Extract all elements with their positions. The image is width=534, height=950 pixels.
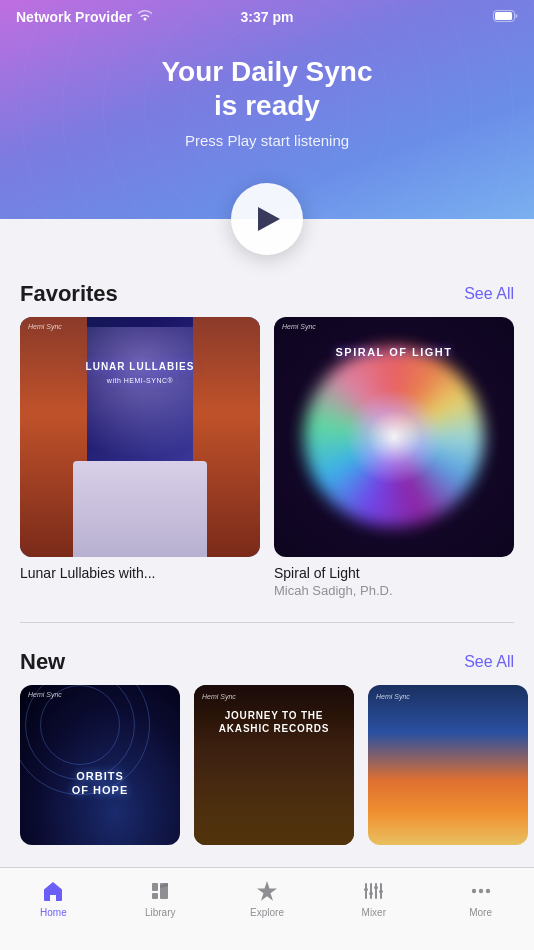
svg-rect-1 (495, 12, 512, 20)
favorites-header: Favorites See All (0, 269, 534, 317)
wifi-icon (137, 9, 153, 25)
hemi-logo-akashic: Hemi Sync (202, 693, 236, 700)
hemi-logo-lunar: Hemi Sync (28, 323, 62, 330)
hemi-logo-spiral: Hemi Sync (282, 323, 316, 330)
album-card-akashic[interactable]: Hemi Sync JOURNEY TO THEAKASHIC RECORDS (194, 685, 354, 845)
nav-item-library[interactable]: Library (107, 878, 214, 918)
hero-title: Your Daily Syncis ready (20, 55, 514, 122)
explore-icon (254, 878, 280, 904)
lunar-bed (73, 461, 207, 557)
favorites-see-all[interactable]: See All (464, 285, 514, 303)
battery-icon (493, 8, 518, 26)
library-label: Library (145, 907, 176, 918)
status-time: 3:37 pm (241, 9, 294, 25)
spiral-album-art: SPIRAL OF LIGHT Hemi Sync (274, 317, 514, 557)
more-label: More (469, 907, 492, 918)
hemi-logo-sunrise: Hemi Sync (376, 693, 410, 700)
svg-rect-9 (369, 892, 373, 895)
svg-rect-7 (364, 888, 368, 891)
hemi-logo-orbits: Hemi Sync (28, 691, 62, 698)
home-icon (40, 878, 66, 904)
status-left: Network Provider (16, 9, 153, 25)
akashic-overlay (194, 757, 354, 845)
svg-rect-10 (375, 883, 377, 899)
status-bar: Network Provider 3:37 pm (0, 0, 534, 30)
svg-rect-13 (379, 890, 383, 893)
status-right (493, 8, 518, 26)
new-title: New (20, 649, 65, 675)
lunar-album-art: LUNAR LULLABIESwith HEMI-SYNC® Hemi Sync (20, 317, 260, 557)
album-card-sunrise[interactable]: Hemi Sync (368, 685, 528, 845)
play-button[interactable] (231, 183, 303, 255)
svg-point-16 (485, 889, 489, 893)
new-header: New See All (0, 637, 534, 685)
svg-point-14 (471, 889, 475, 893)
new-section: New See All ORBITSOF HOPE Hemi Sync (0, 637, 534, 865)
new-see-all[interactable]: See All (464, 653, 514, 671)
spiral-text: SPIRAL OF LIGHT (274, 346, 514, 358)
sunrise-album-art: Hemi Sync (368, 685, 528, 845)
mixer-label: Mixer (362, 907, 386, 918)
album-card-orbits[interactable]: ORBITSOF HOPE Hemi Sync (20, 685, 180, 845)
svg-rect-11 (374, 886, 378, 889)
lunar-album-title: Lunar Lullabies with... (20, 565, 260, 581)
library-icon (147, 878, 173, 904)
hero-section: Your Daily Syncis ready Press Play start… (0, 0, 534, 219)
orbits-text: ORBITSOF HOPE (20, 769, 180, 798)
nav-item-explore[interactable]: Explore (214, 878, 321, 918)
spiral-album-title: Spiral of Light (274, 565, 514, 581)
svg-rect-2 (152, 883, 158, 891)
nav-item-home[interactable]: Home (0, 878, 107, 918)
more-icon (468, 878, 494, 904)
svg-rect-8 (370, 883, 372, 899)
network-provider: Network Provider (16, 9, 132, 25)
album-card-spiral[interactable]: SPIRAL OF LIGHT Hemi Sync Spiral of Ligh… (274, 317, 514, 598)
hero-subtitle: Press Play start listening (20, 132, 514, 149)
mixer-icon (361, 878, 387, 904)
album-card-lunar[interactable]: LUNAR LULLABIESwith HEMI-SYNC® Hemi Sync… (20, 317, 260, 598)
nav-item-more[interactable]: More (427, 878, 534, 918)
spiral-album-artist: Micah Sadigh, Ph.D. (274, 583, 514, 598)
home-label: Home (40, 907, 67, 918)
favorites-title: Favorites (20, 281, 118, 307)
bottom-nav: Home Library Explore (0, 867, 534, 950)
svg-point-15 (478, 889, 482, 893)
section-divider (20, 622, 514, 623)
akashic-album-art: Hemi Sync JOURNEY TO THEAKASHIC RECORDS (194, 685, 354, 845)
favorites-section: Favorites See All LUNAR LULLABIESwith HE… (0, 219, 534, 608)
spiral-glow (346, 389, 442, 485)
favorites-grid: LUNAR LULLABIESwith HEMI-SYNC® Hemi Sync… (0, 317, 534, 608)
lunar-text: LUNAR LULLABIESwith HEMI-SYNC® (20, 360, 260, 386)
explore-label: Explore (250, 907, 284, 918)
nav-item-mixer[interactable]: Mixer (320, 878, 427, 918)
orbits-album-art: ORBITSOF HOPE Hemi Sync (20, 685, 180, 845)
svg-rect-3 (152, 893, 158, 899)
new-grid: ORBITSOF HOPE Hemi Sync Hemi Sync JOURNE… (0, 685, 534, 855)
content-area: Favorites See All LUNAR LULLABIESwith HE… (0, 219, 534, 950)
akashic-text: JOURNEY TO THEAKASHIC RECORDS (202, 709, 346, 735)
